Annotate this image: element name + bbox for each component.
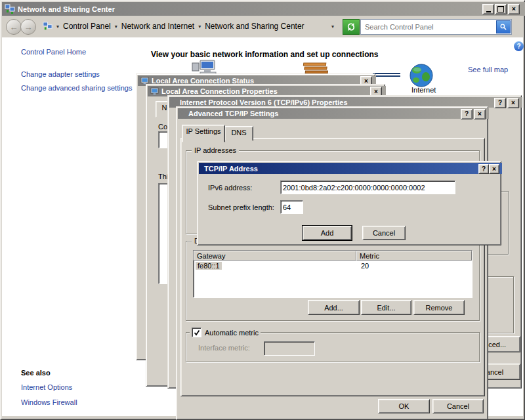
chevron-down-icon[interactable]: ▾ (198, 24, 201, 30)
gateway-list[interactable]: Gateway Metric fe80::1 20 (193, 250, 472, 298)
ipv6-properties-title: Internet Protocol Version 6 (TCP/IPv6) P… (180, 98, 348, 106)
sidebar-item-internet-options[interactable]: Internet Options (21, 383, 72, 391)
dialog-tcpip-address: TCP/IP Address ? × IPv6 address: Subnet … (197, 161, 501, 245)
tcpip-address-titlebar[interactable]: TCP/IP Address (199, 163, 502, 174)
advanced-cancel-button[interactable]: Cancel (432, 399, 484, 413)
advanced-ok-label: OK (399, 402, 410, 410)
connection-icon (150, 87, 159, 96)
ipv6-close-button[interactable]: × (507, 98, 519, 108)
network-icon (5, 4, 15, 14)
automatic-metric-label: Automatic metric (205, 329, 259, 337)
tab-dns[interactable]: DNS (224, 126, 253, 141)
metric-column-header[interactable]: Metric (356, 251, 472, 261)
forward-button[interactable]: → (20, 19, 36, 35)
gateway-edit-button[interactable]: Edit... (361, 300, 411, 315)
screen: Network and Sharing Center × ← → ▾ Contr… (0, 0, 525, 420)
subnet-prefix-label: Subnet prefix length: (208, 203, 274, 211)
refresh-button[interactable] (343, 19, 360, 35)
ipv6-address-input[interactable] (280, 180, 455, 194)
ip-addresses-group-label: IP addresses (192, 146, 239, 154)
maximize-button[interactable] (495, 4, 507, 14)
breadcrumb-network-icon (43, 22, 52, 32)
breadcrumb: ▾ Control Panel ▾ Network and Internet ▾… (43, 20, 304, 33)
tcpip-cancel-label: Cancel (373, 229, 395, 237)
interface-metric-input (264, 341, 315, 356)
tab-dns-label: DNS (231, 129, 246, 136)
close-icon: × (492, 165, 496, 173)
search-button[interactable] (496, 20, 511, 33)
refresh-icon (346, 22, 356, 32)
interface-metric-label: Interface metric: (198, 344, 250, 352)
breadcrumb-network-sharing[interactable]: Network and Sharing Center (205, 22, 304, 31)
multiple-networks-icon (303, 62, 329, 74)
toolbar: ← → ▾ Control Panel ▾ Network and Intern… (2, 16, 523, 37)
gateway-header-label: Gateway (197, 252, 225, 260)
tcpip-cancel-button[interactable]: Cancel (362, 226, 406, 240)
help-icon: ? (482, 165, 486, 173)
gateway-edit-label: Edit... (377, 304, 395, 312)
automatic-metric-row: Automatic metric (190, 327, 261, 337)
back-button[interactable]: ← (6, 19, 22, 35)
help-icon: ? (516, 43, 520, 50)
tcpip-add-button[interactable]: Add (303, 226, 352, 240)
advanced-tcpip-titlebar[interactable]: Advanced TCP/IP Settings (178, 108, 489, 119)
automatic-metric-checkbox[interactable] (192, 327, 201, 337)
sidebar-item-change-adapter-settings[interactable]: Change adapter settings (21, 70, 100, 78)
checkmark-icon (194, 329, 200, 336)
tcpip-close-button[interactable]: × (489, 164, 499, 174)
advanced-cancel-label: Cancel (447, 402, 469, 410)
help-button[interactable]: ? (514, 41, 524, 51)
chevron-down-icon[interactable]: ▾ (56, 24, 59, 30)
subnet-prefix-input[interactable] (280, 200, 303, 214)
chevron-down-icon[interactable]: ▾ (115, 24, 117, 30)
lan-properties-title: Local Area Connection Properties (161, 87, 278, 95)
breadcrumb-network-internet[interactable]: Network and Internet (121, 22, 194, 31)
help-icon: ? (465, 110, 469, 118)
tcpip-help-button[interactable]: ? (478, 164, 489, 174)
close-button[interactable]: × (508, 4, 520, 14)
minimize-icon (486, 11, 491, 12)
close-icon: × (478, 110, 482, 118)
internet-label: Internet (411, 86, 436, 94)
sidebar-item-control-panel-home[interactable]: Control Panel Home (21, 48, 86, 56)
table-row[interactable]: fe80::1 20 (194, 261, 472, 271)
gateway-remove-button[interactable]: Remove (413, 300, 465, 315)
search-box (360, 19, 512, 35)
tab-ip-settings[interactable]: IP Settings (182, 125, 225, 142)
ipv6-help-button[interactable]: ? (494, 98, 506, 108)
internet-globe-icon[interactable] (408, 62, 434, 89)
search-icon (499, 23, 507, 31)
metric-header-label: Metric (360, 252, 379, 260)
advanced-close-button[interactable]: × (474, 109, 486, 119)
forward-icon: → (24, 22, 33, 32)
advanced-help-button[interactable]: ? (461, 109, 472, 119)
gateway-add-button[interactable]: Add... (308, 300, 360, 315)
dialog-advanced-tcpip: Advanced TCP/IP Settings ? × IP Settings… (176, 106, 488, 420)
default-gateways-group: Default gateways: Gateway Metric fe80::1… (186, 241, 480, 321)
metric-cell: 20 (358, 262, 472, 270)
ipv6-address-label: IPv6 address: (208, 184, 252, 192)
automatic-metric-group: Automatic metric Interface metric: (186, 332, 480, 362)
minimize-button[interactable] (482, 4, 494, 14)
search-input[interactable] (361, 22, 496, 32)
map-connector-line (373, 75, 400, 77)
close-icon: × (512, 5, 516, 13)
tab-ip-settings-label: IP Settings (186, 127, 221, 135)
gateway-remove-label: Remove (426, 304, 453, 312)
breadcrumb-control-panel[interactable]: Control Panel (63, 22, 111, 31)
maximize-icon (497, 6, 504, 12)
advanced-ok-button[interactable]: OK (378, 399, 430, 413)
sidebar-item-windows-firewall[interactable]: Windows Firewall (21, 398, 77, 406)
gateway-column-header[interactable]: Gateway (194, 251, 356, 261)
window-title: Network and Sharing Center (18, 5, 115, 13)
advanced-tcpip-title: Advanced TCP/IP Settings (188, 110, 278, 117)
map-connector-line (373, 73, 400, 74)
gateway-cell[interactable]: fe80::1 (196, 262, 222, 270)
see-full-map-link[interactable]: See full map (468, 66, 508, 74)
close-icon: × (511, 99, 515, 107)
sidebar-item-change-advanced-sharing[interactable]: Change advanced sharing settings (21, 84, 132, 92)
gateway-list-header: Gateway Metric (194, 251, 472, 261)
breadcrumb-dropdown-icon[interactable]: ▾ (331, 24, 334, 30)
main-titlebar[interactable]: Network and Sharing Center (2, 2, 525, 16)
help-icon: ? (498, 99, 502, 107)
